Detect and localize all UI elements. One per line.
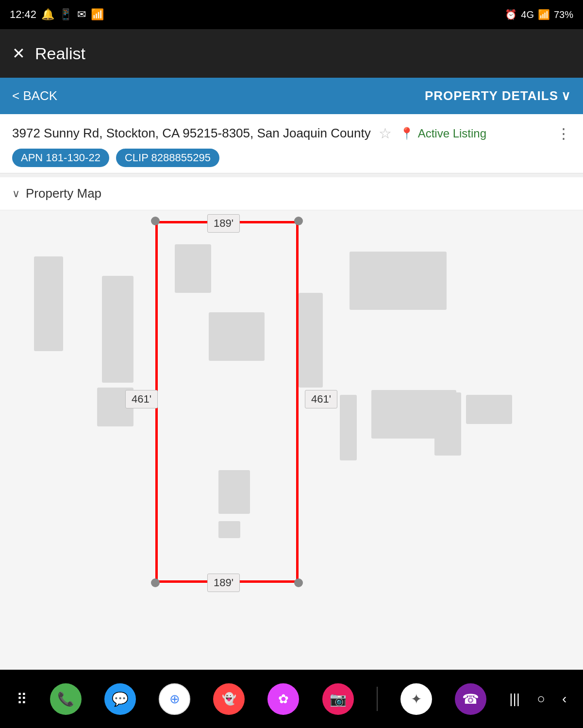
active-listing-badge: 📍 Active Listing [400,127,486,140]
section-header[interactable]: ∨ Property Map [0,177,583,210]
nav-recents-icon[interactable]: ||| [509,691,520,707]
email-icon: ✉ [77,8,86,21]
right-dimension-label: 461' [305,390,337,408]
corner-bl [151,578,160,587]
property-details-button[interactable]: PROPERTY DETAILS ∨ [425,88,571,103]
corner-tr [294,217,303,225]
corner-tl [151,217,160,225]
more-options-icon[interactable]: ⋮ [556,125,571,142]
network-type: 4G [521,9,534,20]
parcel-shape-2 [102,276,133,383]
property-map[interactable]: 189' 189' 461' 461' [0,210,583,669]
parcel-shape-5 [299,293,323,388]
property-details-label: PROPERTY DETAILS [425,88,558,103]
clip-tag[interactable]: CLIP 8288855295 [116,149,219,167]
wifi-icon: 📶 [91,8,104,21]
battery-icon: 🔔 [41,8,54,21]
photos-icon[interactable]: ✦ [400,683,432,715]
back-button[interactable]: < BACK [12,88,57,103]
corner-br [294,578,303,587]
status-left: 12:42 🔔 📱 ✉ 📶 [10,8,104,21]
nav-home-buttons: ||| ○ ‹ [509,691,566,707]
parcel-shape-13 [466,395,512,424]
tags-row: APN 181-130-22 CLIP 8288855295 [12,149,571,167]
nav-home-icon[interactable]: ○ [537,691,545,707]
parcel-shape-1 [34,256,63,351]
sim-icon: 📱 [59,8,72,21]
chevron-down-icon: ∨ [561,88,571,103]
app-bar: ✕ Realist [0,29,583,78]
parcel-shape-9 [434,392,461,456]
status-right: ⏰ 4G 📶 73% [505,9,573,20]
alarm-icon: ⏰ [505,9,517,20]
close-icon[interactable]: ✕ [12,44,25,63]
time: 12:42 [10,8,36,21]
grid-icon[interactable]: ⠿ [17,691,27,708]
status-bar: 12:42 🔔 📱 ✉ 📶 ⏰ 4G 📶 73% [0,0,583,29]
phone-icon[interactable]: 📞 [50,683,82,715]
viber-icon[interactable]: ☎ [455,683,486,715]
jasmine-icon[interactable]: ✿ [267,683,299,715]
active-listing-label: Active Listing [418,127,486,140]
signal-icon: 📶 [538,9,550,20]
app-title: Realist [35,44,85,63]
property-boundary [155,221,299,583]
chrome-icon[interactable]: ⊕ [159,683,190,715]
left-dimension-label: 461' [125,390,158,408]
top-dimension-label: 189' [207,214,240,233]
favorite-star-icon[interactable]: ☆ [379,125,392,142]
nav-bar: < BACK PROPERTY DETAILS ∨ [0,78,583,114]
battery-level: 73% [554,9,573,20]
bottom-dimension-label: 189' [207,574,240,592]
property-header: 3972 Sunny Rd, Stockton, CA 95215-8305, … [0,114,583,173]
bottom-nav: ⠿ 📞 💬 ⊕ 👻 ✿ 📷 ✦ ☎ ||| ○ ‹ [0,670,583,728]
nav-divider [377,687,378,711]
chat-icon[interactable]: 💬 [104,683,136,715]
camera-icon[interactable]: 📷 [322,683,354,715]
snapchat-icon[interactable]: 👻 [213,683,245,715]
nav-back-icon[interactable]: ‹ [562,691,566,707]
section-title: Property Map [26,186,101,201]
parcel-shape-7 [340,395,357,460]
property-address: 3972 Sunny Rd, Stockton, CA 95215-8305, … [12,126,371,141]
section-chevron-icon: ∨ [12,187,20,200]
address-row: 3972 Sunny Rd, Stockton, CA 95215-8305, … [12,125,571,142]
map-pin-icon: 📍 [400,127,414,140]
apn-tag[interactable]: APN 181-130-22 [12,149,109,167]
parcel-shape-6 [350,252,447,310]
